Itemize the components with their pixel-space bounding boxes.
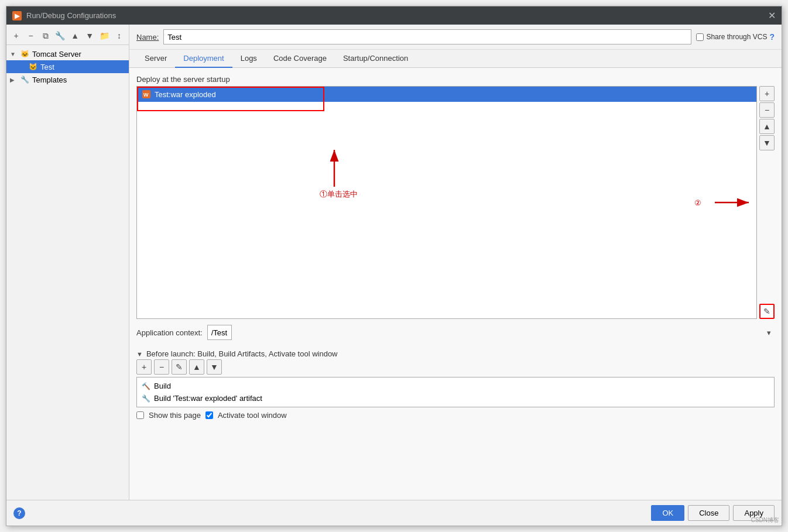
share-vcs-checkbox[interactable] — [696, 33, 704, 41]
templates-label: Templates — [32, 75, 67, 84]
name-row: Name: Share through VCS ? — [129, 25, 782, 50]
tab-logs[interactable]: Logs — [232, 50, 265, 68]
deploy-move-down-button[interactable]: ▼ — [759, 135, 775, 150]
tree-item-tomcat-server[interactable]: ▼ 🐱 Tomcat Server — [6, 47, 129, 60]
settings-button[interactable]: 🔧 — [54, 29, 66, 42]
tomcat-icon: 🐱 — [19, 49, 30, 59]
titlebar: ▶ Run/Debug Configurations ✕ — [6, 6, 782, 25]
test-label: Test — [40, 63, 54, 71]
remove-config-button[interactable]: − — [25, 29, 37, 42]
before-launch-section: ▼ Before launch: Build, Build Artifacts,… — [136, 346, 775, 420]
tomcat-server-label: Tomcat Server — [32, 50, 81, 59]
name-input[interactable] — [163, 29, 691, 44]
templates-expand-icon: ▶ — [10, 77, 19, 83]
deploy-move-up-button[interactable]: ▲ — [759, 119, 775, 134]
tab-code-coverage[interactable]: Code Coverage — [265, 50, 335, 68]
tab-deployment[interactable]: Deployment — [175, 50, 232, 68]
share-vcs: Share through VCS ? — [696, 32, 775, 42]
tabs: Server Deployment Logs Code Coverage Sta… — [129, 50, 782, 68]
before-launch-toolbar: + − ✎ ▲ ▼ — [136, 359, 775, 375]
deploy-add-button[interactable]: + — [759, 86, 775, 101]
deploy-section: Deploy at the server startup W — [136, 75, 775, 319]
add-config-button[interactable]: + — [10, 29, 22, 42]
deploy-edit-button[interactable]: ✎ — [759, 304, 775, 319]
deploy-list-container: W Test:war exploded — [136, 86, 757, 319]
tab-server[interactable]: Server — [136, 50, 175, 68]
apply-button[interactable]: Apply — [733, 505, 775, 521]
share-vcs-help-button[interactable]: ? — [769, 32, 775, 42]
deploy-area: W Test:war exploded + − ▲ ▼ — [136, 86, 775, 319]
sort-button[interactable]: ↕ — [113, 29, 125, 42]
move-up-button[interactable]: ▲ — [69, 29, 81, 42]
bl-build-label: Build — [154, 382, 171, 390]
build-icon: 🔨 — [142, 382, 150, 390]
before-launch-toggle[interactable]: ▼ — [136, 351, 143, 358]
close-window-button[interactable]: ✕ — [768, 10, 776, 21]
ok-button[interactable]: OK — [651, 505, 684, 521]
artifact-build-icon: 🔧 — [142, 394, 150, 403]
bl-remove-button[interactable]: − — [154, 359, 169, 375]
activate-window-checkbox[interactable] — [205, 411, 213, 419]
expand-icon: ▼ — [10, 51, 19, 57]
deploy-item-label: Test:war exploded — [155, 90, 216, 99]
bottom-bar: ? OK Close Apply — [6, 500, 782, 526]
activate-label: Activate tool window — [218, 411, 287, 420]
before-launch-label: Before launch: Build, Build Artifacts, A… — [146, 349, 338, 358]
name-label: Name: — [136, 33, 159, 42]
copy-config-button[interactable]: ⧉ — [39, 29, 52, 42]
app-icon: ▶ — [12, 11, 22, 20]
test-config-icon: 🐱 — [28, 62, 38, 71]
svg-text:W: W — [143, 92, 149, 98]
artifact-icon: W — [142, 90, 151, 99]
dialog-close-button[interactable]: Close — [688, 505, 729, 521]
context-label: Application context: — [136, 328, 203, 337]
folder-button[interactable]: 📁 — [98, 29, 111, 42]
sidebar-toolbar: + − ⧉ 🔧 ▲ ▼ 📁 ↕ — [6, 27, 129, 45]
bl-item-build-artifact: 🔧 Build 'Test:war exploded' artifact — [137, 392, 774, 404]
context-select[interactable]: /Test — [207, 325, 232, 340]
bl-add-button[interactable]: + — [136, 359, 152, 375]
bl-edit-button[interactable]: ✎ — [172, 359, 187, 375]
sidebar: + − ⧉ 🔧 ▲ ▼ 📁 ↕ ▼ 🐱 Tomcat Server — [6, 25, 129, 500]
right-panel: Name: Share through VCS ? Server Deploym… — [129, 25, 782, 500]
before-launch-header: ▼ Before launch: Build, Build Artifacts,… — [136, 346, 775, 359]
dialog-title: Run/Debug Configurations — [26, 11, 116, 20]
deploy-section-label: Deploy at the server startup — [136, 75, 775, 84]
tab-startup-connection[interactable]: Startup/Connection — [335, 50, 416, 68]
run-debug-dialog: ▶ Run/Debug Configurations ✕ + − ⧉ 🔧 ▲ ▼… — [6, 6, 782, 526]
main-content: + − ⧉ 🔧 ▲ ▼ 📁 ↕ ▼ 🐱 Tomcat Server — [6, 25, 782, 500]
bl-up-button[interactable]: ▲ — [189, 359, 204, 375]
bl-artifact-label: Build 'Test:war exploded' artifact — [154, 394, 262, 403]
deploy-list-item-test-war[interactable]: W Test:war exploded — [137, 87, 756, 102]
bottom-left: ? — [13, 507, 25, 519]
before-launch-list: 🔨 Build 🔧 Build 'Test:war exploded' arti… — [136, 377, 775, 407]
panel-body: Deploy at the server startup W — [129, 68, 782, 500]
bl-item-build: 🔨 Build — [137, 380, 774, 392]
help-button[interactable]: ? — [13, 507, 25, 519]
show-page-label: Show this page — [149, 411, 201, 420]
titlebar-left: ▶ Run/Debug Configurations — [12, 11, 116, 20]
share-vcs-label: Share through VCS — [706, 33, 767, 41]
tree-item-test[interactable]: 🐱 Test — [6, 60, 129, 73]
show-page-checkbox[interactable] — [136, 411, 144, 419]
tree-item-templates[interactable]: ▶ 🔧 Templates — [6, 73, 129, 86]
move-down-button[interactable]: ▼ — [84, 29, 96, 42]
deploy-sidebar-buttons: + − ▲ ▼ ✎ — [759, 86, 775, 319]
bl-down-button[interactable]: ▼ — [207, 359, 222, 375]
bottom-right: OK Close Apply — [651, 505, 775, 521]
templates-icon: 🔧 — [19, 75, 30, 84]
show-page-row: Show this page Activate tool window — [136, 411, 775, 420]
deploy-remove-button[interactable]: − — [759, 102, 775, 118]
context-select-wrap: /Test — [207, 325, 775, 340]
context-row: Application context: /Test — [136, 325, 775, 340]
